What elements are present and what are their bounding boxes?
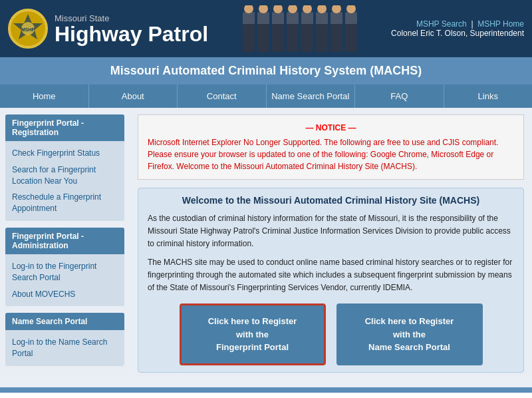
nav-about[interactable]: About: [89, 85, 178, 108]
header-links: MSHP Search | MSHP Home Colonel Eric T. …: [391, 19, 524, 38]
about-movechs-link[interactable]: About MOVECHS: [5, 286, 124, 303]
register-name-search-portal-button[interactable]: Click here to Registerwith theName Searc…: [336, 303, 483, 365]
header-left: MSHP Missouri State Highway Patrol: [8, 9, 208, 49]
mshp-home-link[interactable]: MSHP Home: [477, 19, 524, 29]
login-name-search-portal-link[interactable]: Log-in to the Name Search Portal: [5, 334, 124, 362]
welcome-title: Welcome to the Missouri Automated Crimin…: [148, 195, 514, 206]
register-fingerprint-portal-button[interactable]: Click here to Registerwith theFingerprin…: [180, 303, 326, 365]
nav-links[interactable]: Links: [444, 85, 533, 108]
nav-name-search-portal[interactable]: Name Search Portal: [267, 85, 356, 108]
notice-title: — NOTICE —: [148, 122, 514, 134]
nav-faq[interactable]: FAQ: [355, 85, 444, 108]
sidebar-name-search-header: Name Search Portal: [5, 313, 124, 330]
system-title: Missouri Automated Criminal History Syst…: [0, 57, 532, 85]
welcome-box: Welcome to the Missouri Automated Crimin…: [138, 188, 524, 373]
sidebar-fp-reg-header: Fingerprint Portal - Registration: [5, 114, 124, 141]
nav-contact[interactable]: Contact: [178, 85, 267, 108]
register-buttons-group: Click here to Registerwith theFingerprin…: [148, 303, 514, 365]
main-content: Fingerprint Portal - Registration Check …: [0, 108, 532, 387]
soldiers-image: [208, 5, 391, 52]
mshp-logo: MSHP: [8, 9, 48, 49]
search-fingerprint-location-link[interactable]: Search for a Fingerprint Location Near Y…: [5, 162, 124, 190]
welcome-paragraph-1: As the custodian of criminal history inf…: [148, 212, 514, 251]
top-nav-links: MSHP Search | MSHP Home: [391, 19, 524, 29]
sidebar: Fingerprint Portal - Registration Check …: [0, 108, 130, 387]
sidebar-fp-reg-links: Check Fingerprint Status Search for a Fi…: [5, 141, 124, 221]
reschedule-fingerprint-link[interactable]: Reschedule a Fingerprint Appointment: [5, 189, 124, 217]
nav-home[interactable]: Home: [0, 85, 89, 108]
notice-box: — NOTICE — Microsoft Internet Explorer N…: [138, 114, 524, 180]
notice-text: Microsoft Internet Explorer No Longer Su…: [148, 136, 514, 172]
page-footer: [0, 387, 532, 393]
svg-text:MSHP: MSHP: [21, 27, 35, 32]
content-area: — NOTICE — Microsoft Internet Explorer N…: [130, 108, 532, 387]
header-title-group: Missouri State Highway Patrol: [55, 13, 208, 45]
sidebar-name-search: Name Search Portal Log-in to the Name Se…: [5, 313, 124, 366]
page-header: MSHP Missouri State Highway Patrol MSHP …: [0, 0, 532, 57]
main-nav: Home About Contact Name Search Portal FA…: [0, 85, 532, 108]
sidebar-fp-admin-links: Log-in to the Fingerprint Search Portal …: [5, 254, 124, 306]
mshp-search-link[interactable]: MSHP Search: [416, 19, 467, 29]
welcome-paragraph-2: The MACHS site may be used to conduct on…: [148, 256, 514, 295]
sidebar-fp-admin-header: Fingerprint Portal - Administration: [5, 228, 124, 254]
sidebar-fingerprint-admin: Fingerprint Portal - Administration Log-…: [5, 228, 124, 306]
superintendent-label: Colonel Eric T. Olson, Superintendent: [391, 29, 524, 38]
login-fingerprint-portal-link[interactable]: Log-in to the Fingerprint Search Portal: [5, 258, 124, 286]
check-fingerprint-status-link[interactable]: Check Fingerprint Status: [5, 145, 124, 162]
sidebar-fingerprint-registration: Fingerprint Portal - Registration Check …: [5, 114, 124, 221]
patrol-name: Highway Patrol: [55, 23, 208, 45]
sidebar-name-search-links: Log-in to the Name Search Portal: [5, 330, 124, 366]
